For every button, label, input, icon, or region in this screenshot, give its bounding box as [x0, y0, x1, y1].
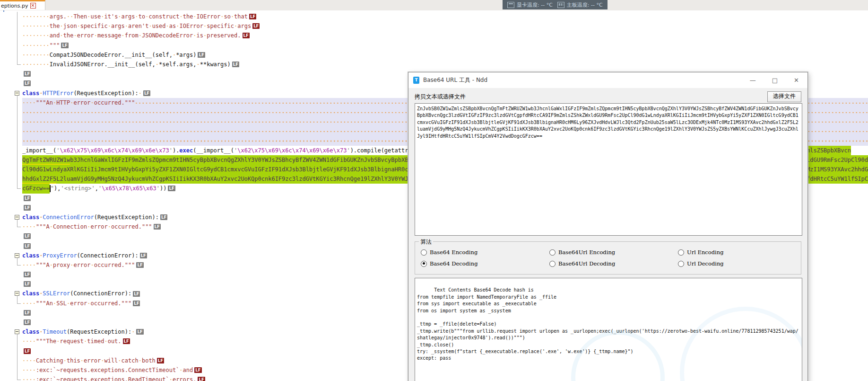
base64-input-textarea[interactable]: ZnJvbSB0ZW1wZmlsZSBpbXBvcnQgTmFtZWRUZW1w…: [415, 103, 802, 236]
line-ending-badge: LF: [24, 80, 31, 86]
board-temp: 主板温度: -- °C: [557, 1, 603, 9]
dialog-title: Base64 URL 工具 - Ndd: [423, 76, 750, 84]
code-line: ········the·json·specific·args·aren't·us…: [0, 21, 868, 31]
radio-url-decoding[interactable]: Url Decoding: [678, 260, 801, 267]
radio-label: Url Encoding: [687, 249, 724, 256]
line-ending-badge: LF: [198, 52, 205, 58]
code-fragment: mlsZSBpbXBvcn: [807, 146, 851, 155]
code-fragment: MzI1MS93YXAvc2hhdGxl: [807, 165, 868, 174]
fold-collapse-icon[interactable]: [15, 291, 19, 296]
line-ending-badge: LF: [154, 224, 161, 230]
line-ending-badge: LF: [24, 281, 31, 287]
line-ending-badge: LF: [61, 43, 68, 48]
line-ending-badge: LF: [198, 377, 205, 381]
radio-dot[interactable]: [549, 249, 556, 256]
watermark-arc: [680, 307, 802, 381]
line-ending-badge: LF: [168, 186, 175, 191]
line-ending-badge: LF: [24, 319, 31, 325]
radio-dot[interactable]: [421, 249, 427, 256]
radio-label: Base64Url Decoding: [558, 260, 615, 267]
line-ending-badge: LF: [24, 348, 31, 354]
code-line: ········and·the·error·message·from·JSOND…: [0, 31, 868, 40]
gpu-temp: 显卡温度: -- °C: [507, 1, 553, 9]
tab-close-icon[interactable]: ✕: [30, 3, 36, 9]
code-line: ········"""LF: [0, 41, 868, 50]
code-fragment: ldGU9RmFsc2UpCl90dG: [807, 155, 868, 165]
radio-url-encoding[interactable]: Url Encoding: [678, 249, 801, 256]
motherboard-icon: [557, 2, 564, 8]
line-ending-badge: LF: [24, 310, 31, 316]
board-temp-label: 主板温度: -- °C: [567, 1, 603, 9]
line-ending-badge: LF: [24, 233, 31, 239]
dialog-title-bar[interactable]: T Base64 URL 工具 - Ndd — □ ✕: [408, 72, 807, 88]
line-ending-badge: LF: [136, 329, 143, 335]
radio-dot[interactable]: [678, 261, 684, 267]
gpu-temp-label: 显卡温度: -- °C: [517, 1, 553, 9]
line-ending-badge: LF: [140, 253, 147, 258]
line-ending-badge: LF: [24, 71, 31, 77]
radio-label: Base64 Decoding: [430, 260, 478, 267]
line-ending-badge: LF: [24, 272, 31, 277]
code-line: ········args.··Then·use·it's·args·to·con…: [0, 12, 868, 21]
tab-bar: eptions.py ✕ 显卡温度: -- °C 主板温度: -- °C: [0, 0, 868, 11]
line-ending-badge: LF: [24, 205, 31, 211]
minimize-button[interactable]: —: [750, 77, 756, 84]
radio-base64-encoding[interactable]: Base64 Encoding: [421, 249, 549, 256]
radio-dot[interactable]: [678, 249, 684, 256]
fold-collapse-icon[interactable]: [15, 215, 19, 220]
fold-collapse-icon[interactable]: [15, 329, 19, 334]
temperature-widget: 显卡温度: -- °C 主板温度: -- °C: [503, 0, 608, 9]
line-ending-badge: LF: [160, 214, 167, 220]
gpu-icon: [507, 2, 514, 8]
choose-file-button[interactable]: 选择文件: [767, 91, 801, 102]
line-ending-badge: LF: [194, 367, 201, 373]
line-ending-badge: LF: [133, 291, 140, 297]
line-ending-badge: LF: [157, 358, 164, 363]
tab-exceptions-py[interactable]: eptions.py ✕: [0, 0, 45, 10]
line-ending-badge: LF: [123, 338, 130, 344]
code-fragment: fdHRtcC5uYW1lfSIpCmV4Y2VwdDog: [807, 174, 868, 184]
radio-dot[interactable]: [549, 261, 556, 267]
watermark-arc: [571, 330, 665, 381]
radio-base64url-encoding[interactable]: Base64Url Encoding: [549, 249, 678, 256]
algorithm-group-label: 算法: [419, 238, 433, 246]
line-ending-badge: LF: [232, 62, 239, 67]
line-ending-badge: LF: [133, 301, 140, 306]
fold-collapse-icon[interactable]: [15, 253, 19, 258]
radio-base64url-decoding[interactable]: Base64Url Decoding: [549, 260, 678, 267]
algorithm-radios: Base64 EncodingBase64Url EncodingUrl Enc…: [421, 247, 801, 269]
copy-text-label: 拷贝文本或选择文件: [415, 93, 767, 101]
app-icon: T: [413, 77, 419, 84]
code-line: ········CompatJSONDecodeError.__init__(s…: [0, 50, 868, 60]
line-ending-badge: LF: [24, 243, 31, 249]
radio-label: Url Decoding: [687, 260, 724, 267]
tab-title: eptions.py: [1, 3, 28, 9]
maximize-button[interactable]: □: [772, 77, 778, 84]
algorithm-group: 算法 Base64 EncodingBase64Url EncodingUrl …: [415, 241, 801, 275]
code-line: ········InvalidJSONError.__init__(self,·…: [0, 60, 868, 69]
line-ending-badge: LF: [136, 262, 143, 268]
line-ending-badge: LF: [249, 14, 256, 19]
fold-collapse-icon[interactable]: [15, 91, 19, 96]
decode-result-textarea[interactable]: Text Contents Base64 Decode hash is from…: [415, 278, 802, 381]
line-ending-badge: LF: [143, 90, 150, 96]
radio-label: Base64 Encoding: [430, 249, 477, 256]
radio-base64-decoding[interactable]: Base64 Decoding: [421, 260, 549, 267]
close-button[interactable]: ✕: [794, 77, 799, 84]
radio-dot[interactable]: [421, 261, 427, 267]
line-ending-badge: LF: [24, 195, 31, 201]
line-ending-badge: LF: [252, 23, 260, 29]
base64-tool-dialog: T Base64 URL 工具 - Ndd — □ ✕ 拷贝文本或选择文件 选择…: [408, 72, 808, 381]
radio-label: Base64Url Encoding: [558, 249, 615, 256]
line-ending-badge: LF: [243, 33, 250, 38]
